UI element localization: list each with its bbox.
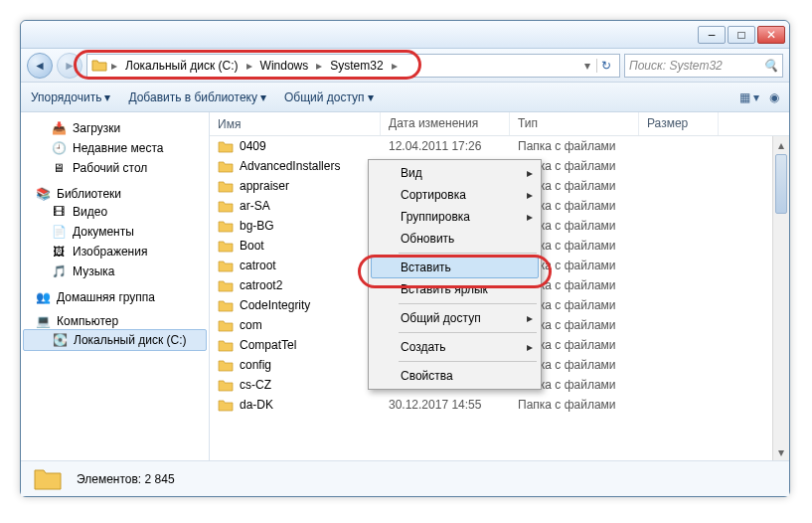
breadcrumb-system32[interactable]: System32: [326, 57, 387, 75]
separator: [399, 332, 537, 333]
folder-icon: [91, 58, 107, 74]
folder-icon: [33, 466, 63, 492]
search-placeholder: Поиск: System32: [629, 59, 723, 73]
separator: [399, 361, 537, 362]
sidebar-item-documents[interactable]: 📄Документы: [23, 222, 207, 242]
computer-icon: 💻: [35, 313, 51, 329]
column-headers: Имя Дата изменения Тип Размер: [210, 112, 789, 136]
file-name: 0409: [240, 139, 266, 153]
file-name: CompatTel: [240, 338, 296, 352]
nav-bar: ◄ ► ▸ Локальный диск (C:) ▸ Windows ▸ Sy…: [21, 49, 789, 83]
close-button[interactable]: ✕: [757, 26, 785, 44]
file-name: cs-CZ: [240, 378, 271, 392]
sidebar-item-pictures[interactable]: 🖼Изображения: [23, 242, 207, 262]
ctx-refresh[interactable]: Обновить: [371, 228, 539, 250]
toolbar: Упорядочить ▾ Добавить в библиотеку ▾ Об…: [21, 83, 789, 112]
context-menu: Вид▸ Сортировка▸ Группировка▸ Обновить В…: [368, 159, 542, 390]
separator: [399, 253, 537, 254]
downloads-icon: 📥: [51, 120, 67, 136]
file-name: Boot: [240, 239, 264, 253]
refresh-icon[interactable]: ↻: [596, 59, 615, 73]
separator: [399, 303, 537, 304]
ctx-sort[interactable]: Сортировка▸: [371, 184, 539, 206]
column-type[interactable]: Тип: [510, 112, 639, 135]
music-icon: 🎵: [51, 263, 67, 279]
video-icon: 🎞: [51, 204, 67, 220]
organize-button[interactable]: Упорядочить ▾: [31, 90, 110, 104]
column-size[interactable]: Размер: [639, 112, 719, 135]
view-mode-button[interactable]: ▦ ▾: [739, 90, 759, 104]
table-row[interactable]: da-DK30.12.2017 14:55Папка с файлами: [210, 395, 789, 415]
file-name: AdvancedInstallers: [240, 159, 340, 173]
file-name: CodeIntegrity: [240, 298, 310, 312]
desktop-icon: 🖥: [51, 160, 67, 176]
sidebar-homegroup[interactable]: 👥Домашняя группа: [23, 289, 207, 305]
column-name[interactable]: Имя: [210, 112, 381, 135]
sidebar-item-drive-c[interactable]: 💽Локальный диск (C:): [23, 329, 207, 351]
libraries-icon: 📚: [35, 186, 51, 202]
ctx-group[interactable]: Группировка▸: [371, 206, 539, 228]
chevron-right-icon: ▸: [314, 59, 324, 73]
sidebar-item-downloads[interactable]: 📥Загрузки: [23, 118, 207, 138]
chevron-right-icon: ▸: [527, 188, 533, 202]
file-name: appraiser: [240, 179, 289, 193]
status-count: Элементов: 2 845: [77, 472, 175, 486]
chevron-right-icon: ▸: [109, 59, 119, 73]
file-name: com: [240, 318, 262, 332]
file-name: da-DK: [240, 398, 273, 412]
ctx-paste[interactable]: Вставить: [371, 257, 539, 278]
file-name: catroot2: [240, 278, 282, 292]
sidebar-item-recent[interactable]: 🕘Недавние места: [23, 138, 207, 158]
ctx-share[interactable]: Общий доступ▸: [371, 307, 539, 329]
status-bar: Элементов: 2 845: [21, 460, 789, 496]
scrollbar[interactable]: ▴ ▾: [772, 136, 789, 460]
breadcrumb-windows[interactable]: Windows: [256, 57, 313, 75]
file-type: Папка с файлами: [510, 397, 639, 413]
sidebar-computer[interactable]: 💻Компьютер: [23, 313, 207, 329]
address-bar[interactable]: ▸ Локальный диск (C:) ▸ Windows ▸ System…: [86, 54, 620, 78]
file-name: config: [240, 358, 271, 372]
chevron-right-icon: ▸: [527, 166, 533, 180]
chevron-right-icon: ▸: [527, 210, 533, 224]
sidebar-item-desktop[interactable]: 🖥Рабочий стол: [23, 158, 207, 178]
help-icon[interactable]: ◉: [769, 90, 779, 104]
sidebar: 📥Загрузки 🕘Недавние места 🖥Рабочий стол …: [21, 112, 210, 460]
ctx-view[interactable]: Вид▸: [371, 162, 539, 184]
back-button[interactable]: ◄: [27, 53, 53, 79]
ctx-new[interactable]: Создать▸: [371, 336, 539, 358]
scroll-down-icon[interactable]: ▾: [773, 443, 789, 460]
breadcrumb-drive[interactable]: Локальный диск (C:): [121, 57, 243, 75]
chevron-right-icon: ▸: [390, 59, 400, 73]
minimize-button[interactable]: –: [698, 26, 726, 44]
forward-button[interactable]: ►: [57, 53, 82, 79]
file-date: 30.12.2017 14:55: [381, 397, 510, 413]
maximize-button[interactable]: □: [728, 26, 755, 44]
file-name: bg-BG: [240, 219, 274, 233]
pictures-icon: 🖼: [51, 244, 67, 260]
sidebar-libraries-header[interactable]: 📚Библиотеки: [23, 186, 207, 202]
chevron-right-icon: ▸: [244, 59, 254, 73]
table-row[interactable]: 040912.04.2011 17:26Папка с файлами: [210, 136, 789, 156]
sidebar-item-music[interactable]: 🎵Музыка: [23, 262, 207, 281]
share-button[interactable]: Общий доступ ▾: [284, 90, 374, 104]
scroll-thumb[interactable]: [775, 154, 787, 214]
recent-icon: 🕘: [51, 140, 67, 156]
scroll-up-icon[interactable]: ▴: [773, 136, 789, 153]
chevron-right-icon: ▸: [527, 311, 533, 325]
ctx-properties[interactable]: Свойства: [371, 365, 539, 387]
ctx-paste-shortcut[interactable]: Вставить ярлык: [371, 278, 539, 300]
chevron-right-icon: ▸: [527, 340, 533, 354]
file-date: 12.04.2011 17:26: [381, 138, 510, 154]
dropdown-icon[interactable]: ▾: [580, 59, 594, 73]
homegroup-icon: 👥: [35, 289, 51, 305]
sidebar-item-video[interactable]: 🎞Видео: [23, 202, 207, 222]
search-icon: 🔍: [763, 59, 778, 73]
file-name: catroot: [240, 259, 276, 272]
column-date[interactable]: Дата изменения: [381, 112, 510, 135]
add-to-library-button[interactable]: Добавить в библиотеку ▾: [128, 90, 266, 104]
file-type: Папка с файлами: [510, 138, 639, 154]
search-input[interactable]: Поиск: System32 🔍: [624, 54, 783, 78]
titlebar: – □ ✕: [21, 21, 789, 49]
drive-icon: 💽: [52, 332, 68, 348]
file-name: ar-SA: [240, 199, 270, 213]
